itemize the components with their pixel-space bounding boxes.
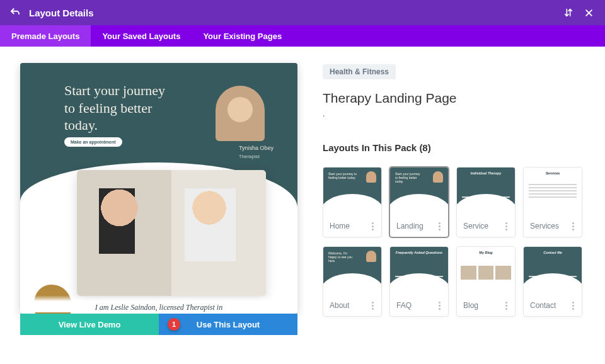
layout-thumb: Contact Me bbox=[524, 247, 582, 295]
preview-actions: View Live Demo 1 Use This Layout bbox=[20, 314, 297, 335]
more-icon[interactable] bbox=[501, 300, 511, 310]
preview-caption: I am Leslie Saindon, licensed Therapist … bbox=[20, 295, 297, 312]
preview-person-name: Tynisha Obey bbox=[239, 145, 274, 151]
layout-thumb: Start your journey tofeeling better toda… bbox=[323, 168, 381, 215]
layout-card-blog[interactable]: My Blog Blog bbox=[456, 246, 516, 317]
layout-card-contact[interactable]: Contact Me Contact bbox=[523, 246, 582, 317]
layout-thumb: Welcome, I'mhappy to see youhere. bbox=[323, 247, 381, 295]
layout-thumb: My Blog bbox=[457, 247, 515, 295]
layout-card-about[interactable]: Welcome, I'mhappy to see youhere. About bbox=[323, 246, 382, 317]
layout-card-faq[interactable]: Frequently Asked Questions FAQ bbox=[389, 246, 449, 317]
layout-preview: Start your journey to feeling better tod… bbox=[20, 63, 297, 314]
page-title: Therapy Landing Page bbox=[323, 91, 582, 106]
preview-column: Start your journey to feeling better tod… bbox=[20, 63, 297, 335]
tab-existing-pages[interactable]: Your Existing Pages bbox=[192, 25, 293, 47]
content: Start your journey to feeling better tod… bbox=[0, 47, 605, 335]
layout-card-label: Home bbox=[330, 222, 350, 230]
layout-card-label: Landing bbox=[396, 222, 424, 230]
preview-person-role: Therapist bbox=[239, 154, 260, 159]
preview-cta-pill: Make an appointment bbox=[64, 137, 122, 147]
tab-saved-layouts[interactable]: Your Saved Layouts bbox=[91, 25, 192, 47]
layout-card-label: About bbox=[330, 301, 349, 310]
tab-premade-layouts[interactable]: Premade Layouts bbox=[0, 25, 91, 47]
layout-card-services[interactable]: Services Services bbox=[523, 167, 582, 237]
layout-thumb: Services bbox=[524, 168, 582, 215]
layout-card-home[interactable]: Start your journey tofeeling better toda… bbox=[323, 167, 382, 237]
more-icon[interactable] bbox=[367, 221, 377, 231]
layout-thumb: Frequently Asked Questions bbox=[390, 247, 448, 295]
layout-thumb: Individual Therapy bbox=[457, 168, 515, 215]
pack-title: Layouts In This Pack (8) bbox=[323, 142, 582, 153]
more-icon[interactable] bbox=[434, 300, 444, 310]
preview-photo bbox=[77, 170, 266, 296]
layout-thumb: Start your journeyto feeling bettertoday… bbox=[390, 168, 448, 215]
more-icon[interactable] bbox=[501, 221, 511, 231]
details-column: Health & Fitness Therapy Landing Page . … bbox=[323, 63, 582, 335]
more-icon[interactable] bbox=[568, 221, 578, 231]
use-layout-label: Use This Layout bbox=[197, 320, 260, 329]
preview-hero-text: Start your journey to feeling better tod… bbox=[64, 82, 165, 134]
preview-portrait bbox=[216, 86, 265, 141]
layout-card-label: FAQ bbox=[396, 301, 412, 310]
hero-line: today. bbox=[64, 117, 165, 134]
view-live-demo-button[interactable]: View Live Demo bbox=[20, 314, 159, 335]
page-subline: . bbox=[323, 110, 582, 118]
tabs: Premade Layouts Your Saved Layouts Your … bbox=[0, 25, 605, 47]
more-icon[interactable] bbox=[367, 300, 377, 310]
layout-card-label: Blog bbox=[463, 301, 478, 310]
close-icon[interactable] bbox=[581, 5, 596, 20]
layout-card-service[interactable]: Individual Therapy Service bbox=[456, 167, 516, 237]
layout-card-label: Contact bbox=[530, 301, 556, 310]
layout-card-landing[interactable]: Start your journeyto feeling bettertoday… bbox=[389, 167, 449, 237]
layout-card-label: Service bbox=[463, 222, 488, 230]
category-chip[interactable]: Health & Fitness bbox=[323, 64, 396, 79]
layout-card-label: Services bbox=[530, 222, 559, 230]
layouts-grid: Start your journey tofeeling better toda… bbox=[323, 167, 582, 317]
topbar: Layout Details bbox=[0, 0, 605, 25]
more-icon[interactable] bbox=[568, 300, 578, 310]
hero-line: to feeling better bbox=[64, 100, 165, 117]
sort-icon[interactable] bbox=[561, 5, 576, 20]
back-icon[interactable] bbox=[9, 6, 21, 19]
topbar-title: Layout Details bbox=[29, 8, 556, 18]
use-this-layout-button[interactable]: 1 Use This Layout bbox=[159, 314, 297, 335]
more-icon[interactable] bbox=[434, 221, 444, 231]
step-badge: 1 bbox=[168, 318, 180, 331]
hero-line: Start your journey bbox=[64, 82, 165, 100]
